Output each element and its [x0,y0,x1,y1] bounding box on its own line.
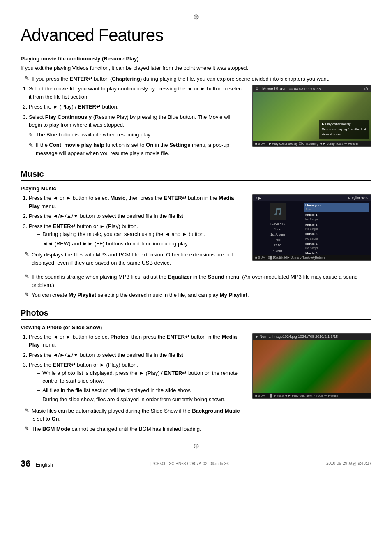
note-pen-icon: ✎ [25,75,29,81]
photo-controls: ▐▌ Pause ◄► Previous/Next ♪ Tools ↩ Retu… [269,394,338,397]
playlist-right-panel: I love you Jhon Music 1 No Singer Music … [302,201,371,255]
photos-step-2: Press the ◄/►/▲/▼ button to select the d… [29,351,244,359]
playlist-left-panel: 🎵 I Love You Jhon 1st Album Pop 2010 4.2… [253,201,302,255]
movie-step3-note1: ✎ The Blue button is available when resu… [29,131,244,139]
tv-main-area-movie: ▶ Play continuously Resumes playing from… [253,92,371,141]
music-note3: ✎ You can create My Playlist selecting t… [25,291,371,299]
photos-section: Photos Viewing a Photo (or Slide Show) P… [21,308,371,435]
photos-note1-text: Music files can be automatically played … [32,407,244,423]
playlist-item-1: I love you Jhon [304,203,369,212]
movie-step-list: Select the movie file you want to play c… [29,85,244,157]
page-container: ⊕ Advanced Features Playing movie file c… [0,0,392,475]
music-screen: ♪ ▶ Playlist 3/15 🎵 I Love You Jhon 1st … [252,194,371,269]
music-step-1: Press the ◄ or ► button to select Music,… [29,194,244,210]
music-step-2: Press the ◄/►/▲/▼ button to select the d… [29,212,244,220]
photos-step3-dash3: – During the slide show, files are displ… [37,395,244,404]
tv-overlay-title: ▶ Play continuously [322,122,366,127]
music-section-title: Music [21,169,371,181]
photo-bottom: ■ SUM ▐▌ Pause ◄► Previous/Next ♪ Tools … [253,393,371,398]
playlist-sum: ■ SUM [255,256,265,259]
playlist-item-5: Music 4 No Singer [304,241,369,251]
movie-step3-note1-text: The Blue button is available when resumi… [36,131,152,139]
music-content-image: Press the ◄ or ► button to select Music,… [21,194,371,269]
movie-note1-text: If you press the ENTER↵ button (Chapteri… [32,75,330,83]
photos-note1: ✎ Music files can be automatically playe… [25,407,244,423]
photos-heading: Viewing a Photo (or Slide Show) [21,324,371,330]
photos-dash1-text: While a photo list is displayed, press t… [42,369,244,385]
playlist-size: 4.2MB [255,248,300,253]
photos-step3-dash1: – While a photo list is displayed, press… [37,369,244,385]
tv-toolbar-icon: ⚙ [255,86,259,91]
photo-screen: ▶ Normal Image1024.jpg 1024x768 2010/2/1… [252,333,371,399]
note-pen-icon6: ✎ [25,291,29,298]
music-step-list: Press the ◄ or ► button to select Music,… [29,194,244,247]
playlist-item-2: Music 1 No Singer [304,212,369,222]
playlist-album-art: 🎵 [270,203,286,220]
music-step3-dash1: – During playing the music, you can sear… [37,230,244,238]
photos-steps: Press the ◄ or ► button to select Photos… [21,333,244,435]
playlist-title: I Love You [255,222,300,226]
movie-note1: ✎ If you press the ENTER↵ button (Chapte… [25,75,371,83]
playlist-header-left: ♪ ▶ [256,196,261,200]
music-note2-text: If the sound is strange when playing MP3… [32,273,371,289]
music-note2: ✎ If the sound is strange when playing M… [25,273,371,289]
movie-steps: Select the movie file you want to play c… [21,85,244,160]
movie-section: Playing movie file continuously (Resume … [21,55,371,160]
music-section: Music Playing Music Press the ◄ or ► but… [21,169,371,299]
note-pen-icon8: ✎ [25,425,29,432]
movie-screen: ⚙ Movie 01.avi 00:04:03 / 00:07:38 —————… [252,85,371,160]
page-lang: English [35,462,53,468]
tv-toolbar-filename: Movie 01.avi [262,86,285,91]
playlist-header-right: Playlist 3/15 [348,196,368,200]
playlist-item-4: Music 3 No Singer [304,231,369,241]
tv-toolbar-time: 00:04:03 / 00:07:38 ——————————— 1/1 [289,87,369,91]
photos-step-1: Press the ◄ or ► button to select Photos… [29,333,244,349]
playlist-controls: ▐▌Pause ◄► Jump ♪ Tools ↩ Return [269,256,325,259]
movie-step3-note2-text: If the Cont. movie play help function is… [36,141,244,157]
note-pen-icon7: ✎ [25,407,29,414]
photo-toolbar: ▶ Normal Image1024.jpg 1024x768 2010/2/1… [253,334,371,340]
tv-bottom-controls: ▶ Play continuously ☑ Chaptering ◄► Jump… [269,142,358,146]
playlist-year: 2010 [255,243,300,248]
music-note1-text: Only displays the files with MP3 and PCM… [32,251,244,267]
photos-dash2-text: All files in the file list section will … [42,386,191,395]
tv-overlay-box: ▶ Play continuously Resumes playing from… [319,120,369,139]
movie-step-2: Press the ► (Play) / ENTER↵ button. [29,103,244,111]
tv-overlay-desc: Resumes playing from the last viewed sce… [322,127,366,137]
music-steps: Press the ◄ or ► button to select Music,… [21,194,244,269]
note-pen-icon2: ✎ [29,131,33,139]
music-step3-dash1-text: During playing the music, you can search… [42,230,205,238]
tv-screen-movie: ⚙ Movie 01.avi 00:04:03 / 00:07:38 —————… [252,85,371,147]
playlist-item-3: Music 2 No Singer [304,222,369,231]
photos-note2: ✎ The BGM Mode cannot be changed until t… [25,425,244,433]
photos-step3-dash2: – All files in the file list section wil… [37,386,244,395]
tv-bottom-bar-movie: ■ SUM ▶ Play continuously ☑ Chaptering ◄… [253,141,371,146]
page-number-block: 36 English [21,458,53,469]
footer-date: 2010-09-29 오전 9:48:37 [326,461,371,467]
photos-dash3-text: During the slide show, files are display… [42,395,226,404]
crosshair-top: ⊕ [21,12,371,21]
playlist-header: ♪ ▶ Playlist 3/15 [253,195,371,201]
music-heading: Playing Music [21,185,371,192]
music-step3-dash2-text: ◄◄ (REW) and ►► (FF) buttons do not func… [42,240,189,248]
crosshair-bottom: ⊕ [21,441,371,451]
photos-note2-text: The BGM Mode cannot be changed until the… [32,425,201,433]
movie-step-1: Select the movie file you want to play c… [29,85,244,101]
music-step3-dash2: – ◄◄ (REW) and ►► (FF) buttons do not fu… [37,240,244,248]
page-footer: 36 English [PC6500_XC]BN68-02807A-02L09.… [21,455,371,469]
movie-step-3: Select Play Continuously (Resume Play) b… [29,113,244,157]
photo-toolbar-text: ▶ Normal Image1024.jpg 1024x768 2010/2/1… [256,335,338,339]
photos-section-title: Photos [21,308,371,320]
note-pen-icon3: ✎ [29,141,33,150]
footer-filename: [PC6500_XC]BN68-02807A-02L09.indb 36 [150,462,229,466]
movie-intro: If you exit the playing Videos function,… [21,64,371,72]
note-pen-icon4: ✎ [25,251,29,257]
playlist-info: I Love You Jhon 1st Album Pop 2010 4.2MB [255,222,300,253]
page-number: 36 [21,458,30,469]
playlist-artist: Jhon [255,227,300,232]
music-note1: ✎ Only displays the files with MP3 and P… [25,251,244,267]
tv-toolbar-movie: ⚙ Movie 01.avi 00:04:03 / 00:07:38 —————… [253,85,371,92]
playlist-screen: ♪ ▶ Playlist 3/15 🎵 I Love You Jhon 1st … [252,194,371,261]
photos-content-image: Press the ◄ or ► button to select Photos… [21,333,371,435]
playlist-genre: Pop [255,238,300,243]
